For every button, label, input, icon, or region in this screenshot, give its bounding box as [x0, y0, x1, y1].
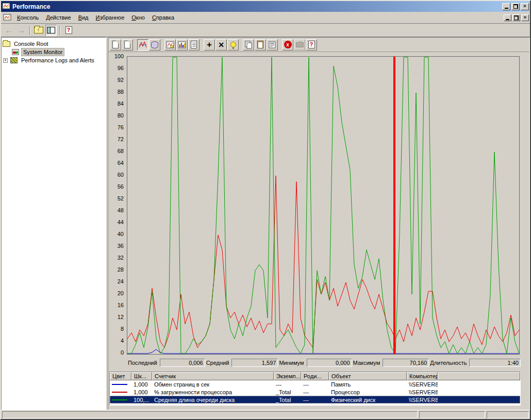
view-report-button[interactable]: [188, 39, 200, 51]
view-histogram-button[interactable]: [176, 39, 188, 51]
y-tick-52: 52: [108, 195, 124, 201]
folder-up-icon: ↑: [34, 27, 43, 33]
y-tick-48: 48: [108, 207, 124, 213]
legend-cell-counter: % загруженности процессора: [152, 389, 274, 395]
monitor-help-button[interactable]: ?: [306, 39, 317, 51]
status-panel-main: [2, 411, 418, 418]
legend-row-1[interactable]: 1,000% загруженности процессора_Total---…: [110, 388, 520, 396]
legend-column-0[interactable]: Цвет: [110, 372, 131, 380]
legend-cell-scale: 100,...: [131, 397, 152, 403]
legend-column-4[interactable]: Роди...: [301, 372, 329, 380]
tree-item-perf-logs[interactable]: + Performance Logs and Alerts: [3, 56, 105, 64]
menu-deystvie[interactable]: Действие: [42, 13, 74, 22]
menu-spravka[interactable]: Справка: [148, 13, 178, 22]
window-title: Performance: [12, 3, 502, 10]
status-bar: [1, 410, 530, 419]
child-minimize-button[interactable]: [504, 14, 511, 21]
forward-arrow-icon: →: [18, 26, 25, 35]
legend-column-6[interactable]: Компьютер: [407, 372, 438, 380]
counter-color-line: [112, 384, 127, 385]
legend-cell-counter: Средняя длина очереди диска: [152, 397, 274, 403]
highlight-button[interactable]: [227, 39, 239, 51]
delete-counter-button[interactable]: ✕: [215, 39, 227, 51]
delete-x-icon: ✕: [218, 41, 224, 48]
color-swatch-cell: [110, 384, 131, 385]
plot-area: [127, 56, 520, 355]
stat-value-3: 70,160: [383, 359, 429, 367]
legend-column-5[interactable]: Объект: [329, 372, 407, 380]
y-tick-92: 92: [108, 77, 124, 83]
help-icon: ?: [65, 26, 72, 34]
legend-column-1[interactable]: Шк...: [131, 372, 152, 380]
show-hide-tree-button[interactable]: [45, 25, 57, 36]
tree-item-console-root[interactable]: Console Root: [3, 40, 105, 48]
view-graph-button[interactable]: [164, 39, 176, 51]
help-topics-button[interactable]: ?: [63, 25, 74, 36]
up-one-level-button[interactable]: ↑: [33, 25, 44, 36]
back-button[interactable]: ←: [3, 25, 14, 36]
new-counter-set-button[interactable]: [110, 39, 121, 51]
y-tick-40: 40: [108, 231, 124, 237]
y-tick-16: 16: [108, 302, 124, 308]
system-monitor-pane: + ✕ x ? 10096928884807672686460565248444…: [108, 37, 530, 412]
properties-icon: [268, 41, 276, 49]
report-icon: [191, 41, 197, 48]
legend-row-0[interactable]: 1,000Обмен страниц в сек------Память\\SE…: [110, 380, 520, 388]
menu-vid[interactable]: Вид: [75, 13, 92, 22]
freeze-display-button[interactable]: x: [282, 39, 293, 51]
view-log-data-button[interactable]: [149, 39, 160, 51]
legend-column-3[interactable]: Экземп...: [274, 372, 301, 380]
series-pages-per-sec: [127, 349, 519, 354]
legend-cell-computer: \\SERVER8: [407, 397, 438, 403]
console-tree-icon: [47, 27, 55, 33]
legend-cell-parent: ---: [301, 381, 329, 388]
menu-konsol[interactable]: Консоль: [13, 13, 42, 22]
view-current-activity-button[interactable]: [137, 39, 148, 51]
legend-cell-parent: ---: [301, 389, 329, 395]
menu-okno[interactable]: Окно: [128, 13, 148, 22]
menu-izbrannoe[interactable]: Избранное: [92, 13, 128, 22]
minimize-button[interactable]: [502, 3, 510, 10]
stat-label-2: Минимум: [278, 360, 306, 366]
legend-cell-scale: 1,000: [131, 381, 152, 388]
legend-cell-object: Физический диск: [329, 397, 407, 403]
color-swatch-cell: [110, 399, 131, 400]
child-restore-button[interactable]: [512, 14, 520, 21]
properties-button[interactable]: [267, 39, 278, 51]
clear-display-button[interactable]: [122, 39, 133, 51]
expand-plus-icon[interactable]: +: [3, 58, 8, 63]
legend-column-7[interactable]: [438, 372, 520, 380]
counter-color-line: [112, 392, 127, 393]
new-page-icon: [112, 41, 119, 48]
add-counters-button[interactable]: +: [204, 39, 215, 51]
stats-row: Последний0,006Средний1,597Минимум0,000Ма…: [127, 358, 521, 367]
forward-button[interactable]: →: [15, 25, 27, 36]
y-tick-60: 60: [108, 172, 124, 178]
legend-cell-parent: ---: [301, 397, 329, 403]
restore-button[interactable]: [511, 3, 520, 10]
y-tick-76: 76: [108, 124, 124, 130]
back-arrow-icon: ←: [5, 26, 13, 35]
copy-properties-button[interactable]: [243, 39, 254, 51]
y-tick-0: 0: [108, 349, 124, 356]
close-button[interactable]: ✕: [521, 3, 529, 10]
help-icon: ?: [308, 41, 315, 48]
legend-cell-counter: Обмен страниц в сек: [152, 381, 274, 388]
paste-counter-list-button[interactable]: [255, 39, 266, 51]
y-tick-12: 12: [108, 314, 124, 320]
series-disk-queue-length: [127, 57, 519, 354]
tree-item-system-monitor[interactable]: System Monitor: [11, 48, 105, 56]
chart-area: 1009692888480767268646056524844403632282…: [108, 52, 529, 411]
current-activity-icon: [139, 41, 147, 49]
status-panel-1: [419, 411, 485, 418]
stat-label-0: Последний: [127, 360, 160, 366]
legend-cell-instance: _Total: [274, 389, 301, 395]
title-bar[interactable]: Performance ✕: [1, 1, 530, 12]
y-tick-28: 28: [108, 266, 124, 273]
child-close-button[interactable]: ✕: [521, 14, 529, 21]
legend-row-2[interactable]: 100,...Средняя длина очереди диска_Total…: [110, 396, 520, 404]
system-monitor-icon: [12, 49, 19, 55]
update-data-button[interactable]: [294, 39, 305, 51]
legend-column-2[interactable]: Счетчик: [152, 372, 274, 380]
y-tick-96: 96: [108, 65, 124, 71]
